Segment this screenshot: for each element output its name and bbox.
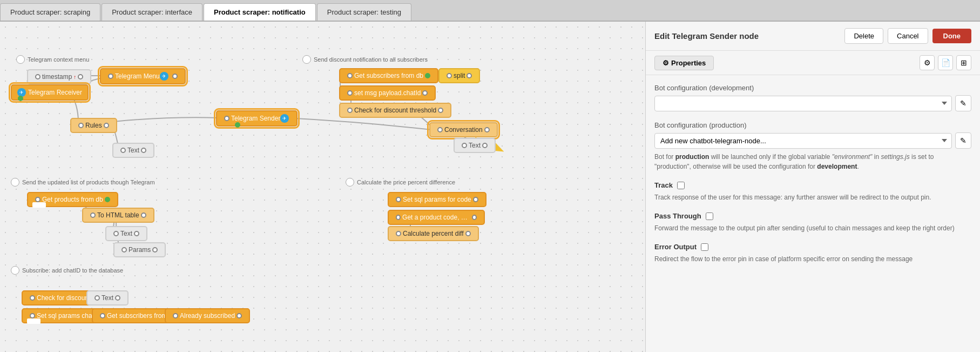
node-get-subscribers[interactable]: Get subscribers from db: [339, 68, 438, 83]
port-right: [438, 108, 443, 113]
bot-config-prod-label: Bot configuration (production): [654, 121, 971, 129]
node-timestamp[interactable]: timestamp ↑: [27, 69, 91, 84]
node-label: Get products from db: [42, 196, 103, 203]
section-calc-price: Calculate the price percent difference: [346, 178, 455, 187]
port-left: [120, 148, 126, 153]
error-output-checkbox[interactable]: [701, 243, 708, 251]
track-checkbox[interactable]: [677, 182, 685, 189]
node-split[interactable]: split: [438, 68, 480, 83]
done-button[interactable]: Done: [932, 29, 972, 43]
node-telegram-receiver[interactable]: Telegram Receiver: [11, 84, 89, 101]
properties-tab-btn[interactable]: ⚙ Properties: [654, 56, 714, 70]
port-left: [78, 123, 84, 128]
node-label: Rules: [85, 122, 102, 129]
node-label: Conversation: [444, 126, 483, 134]
node-text3[interactable]: Text: [105, 226, 147, 241]
port-right: [236, 313, 242, 318]
section-circle4: [346, 178, 354, 187]
node-label: Already subscribed: [180, 312, 235, 320]
node-label: Check for discount threshold: [354, 107, 436, 114]
node-conversation[interactable]: Conversation: [429, 122, 498, 137]
section-circle2: [302, 55, 311, 64]
node-label: Telegram Sender: [231, 115, 280, 122]
bot-config-prod-select[interactable]: Add new chatbot-telegram-node...: [654, 133, 952, 149]
port-right: [484, 127, 490, 132]
port-green: [18, 96, 23, 101]
error-output-desc: Redirect the flow to the error pin in ca…: [654, 254, 971, 264]
node-telegram-menu[interactable]: Telegram Menu: [100, 68, 186, 84]
port-right: [473, 197, 478, 202]
node-get-products[interactable]: Get products from db RWC: [27, 192, 118, 207]
port-right: [467, 73, 472, 78]
node-already-subscribed[interactable]: Already subscribed: [165, 308, 250, 323]
port-left: [447, 73, 452, 78]
error-output-group: Error Output Redirect the flow to the er…: [654, 243, 971, 264]
port-left: [121, 247, 127, 253]
pass-through-label: Pass Through: [654, 212, 701, 220]
track-desc: Track response of the user for this mess…: [654, 192, 971, 202]
doc-icon-btn[interactable]: 📄: [938, 55, 953, 70]
settings-icon-btn[interactable]: ⚙: [920, 55, 935, 70]
node-label: To HTML table: [97, 211, 139, 219]
grid-icon-btn[interactable]: ⊞: [956, 55, 971, 70]
port-right: [472, 215, 477, 220]
delete-button[interactable]: Delete: [844, 28, 883, 44]
node-label: Telegram Menu: [115, 72, 160, 80]
node-label: split: [454, 72, 465, 79]
port-right: [115, 295, 120, 301]
bot-config-dev-label: Bot configuration (development): [654, 84, 971, 92]
bot-config-dev-edit-btn[interactable]: ✎: [955, 95, 971, 111]
section-circle3: [11, 178, 19, 187]
port-connected: [235, 122, 240, 128]
pass-through-checkbox[interactable]: [706, 212, 713, 220]
port-left: [396, 215, 401, 220]
port-right: [152, 247, 158, 253]
node-text2[interactable]: Text: [454, 138, 496, 153]
node-get-product-code[interactable]: Get a product code, url from: [388, 210, 485, 225]
node-label: Text: [127, 147, 139, 154]
panel-header: Edit Telegram Sender node Delete Cancel …: [646, 22, 980, 51]
node-text4[interactable]: Text: [86, 290, 129, 305]
port-right: [465, 231, 471, 236]
tabs-bar: Product scraper: scraping Product scrape…: [0, 0, 980, 22]
section-subscribe: Subscribe: add chatID to the database: [11, 266, 123, 275]
main-layout: Telegram context menu Send discount noti…: [0, 22, 980, 352]
bot-config-prod-group: Bot configuration (production) Add new c…: [654, 121, 971, 171]
right-panel: Edit Telegram Sender node Delete Cancel …: [645, 22, 980, 352]
port-left: [347, 90, 353, 96]
track-label: Track: [654, 181, 673, 189]
node-label: Calculate percent diff: [403, 230, 464, 237]
node-text1[interactable]: Text: [112, 143, 154, 158]
node-set-sql-params[interactable]: Set sql params for code: [388, 192, 486, 207]
bot-config-prod-edit-btn[interactable]: ✎: [955, 132, 971, 149]
port-left: [462, 143, 467, 148]
node-rules[interactable]: Rules: [70, 118, 117, 133]
node-set-msg[interactable]: set msg payload.chatId: [339, 85, 436, 101]
tab-scraping[interactable]: Product scraper: scraping: [0, 3, 100, 21]
pass-through-row: Pass Through: [654, 212, 971, 220]
section-circle5: [11, 266, 19, 275]
telegram-icon: [160, 72, 168, 81]
canvas-area[interactable]: Telegram context menu Send discount noti…: [0, 22, 645, 352]
node-calc-percent[interactable]: Calculate percent diff: [388, 226, 479, 241]
tab-interface[interactable]: Product scraper: interface: [102, 3, 202, 21]
tab-notification[interactable]: Product scraper: notificatio: [204, 3, 316, 21]
node-label: Text: [120, 230, 132, 237]
bot-config-dev-select[interactable]: [654, 96, 952, 111]
bot-config-prod-desc: Bot for production will be launched only…: [654, 152, 971, 171]
error-output-label: Error Output: [654, 243, 697, 251]
node-check-discount-threshold[interactable]: Check for discount threshold: [339, 103, 451, 118]
panel-content: Bot configuration (development) ✎ Bot co…: [646, 75, 980, 352]
track-group: Track Track response of the user for thi…: [654, 181, 971, 202]
node-telegram-sender[interactable]: Telegram Sender: [216, 110, 298, 127]
cancel-button[interactable]: Cancel: [888, 28, 928, 44]
panel-title: Edit Telegram Sender node: [654, 31, 759, 41]
node-to-html[interactable]: To HTML table: [82, 208, 154, 223]
node-params[interactable]: Params: [113, 242, 166, 257]
panel-tabs: ⚙ Properties ⚙ 📄 ⊞: [646, 51, 980, 75]
port-right: [141, 148, 146, 153]
tab-testing[interactable]: Product scraper: testing: [317, 3, 411, 21]
section-circle: [16, 55, 25, 64]
pass-through-desc: Forward the message to the output pin af…: [654, 223, 971, 233]
section-telegram-context: Telegram context menu: [16, 55, 89, 64]
